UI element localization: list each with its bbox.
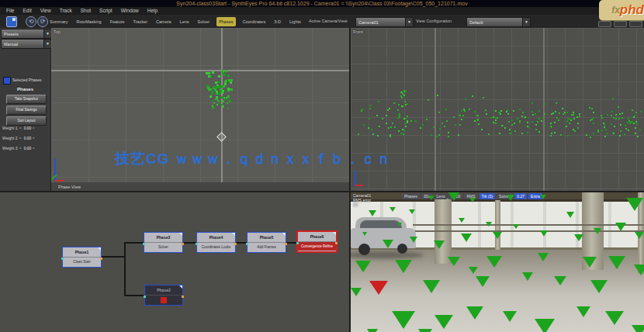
spin-right-icon[interactable]: ▸ [33,146,34,150]
spin-left-icon[interactable]: ◂ [19,136,21,140]
hud-button-lens[interactable]: Lens [435,193,448,199]
menu-view[interactable]: View [40,7,51,15]
tracker-triangle-green[interactable] [397,223,402,227]
tracker-triangle-green[interactable] [486,256,502,268]
tab-rotomasking[interactable]: RotoMasking [75,18,103,26]
phase-node-phase4[interactable]: Phase4Coordinates Locks [196,232,236,253]
horizontal-splitter[interactable] [0,191,644,192]
hud-button-0-27[interactable]: 0.27 [514,193,527,199]
tracker-triangle-green[interactable] [574,234,583,241]
weight-value[interactable]: 0.00 [24,136,32,140]
tracker-triangle-green[interactable] [615,223,626,231]
tracker-triangle-green[interactable] [367,329,378,332]
spin-left-icon[interactable]: ◂ [19,126,21,130]
view-config-dropdown[interactable]: Default ▼ [466,17,531,27]
tracker-triangle-green[interactable] [418,329,432,332]
tracker-triangle-green[interactable] [448,192,460,201]
badge-button[interactable] [614,21,627,27]
tracker-triangle-green[interactable] [540,195,546,199]
tracker-triangle-green[interactable] [459,218,465,223]
mode-dropdown[interactable]: Manual ▼ [1,39,52,49]
tracker-triangle-green[interactable] [566,212,574,218]
tracker-triangle-green[interactable] [513,224,519,229]
tracker-triangle-green[interactable] [434,240,445,249]
tracker-triangle-green[interactable] [355,261,371,272]
phase-node-phase5[interactable]: Phase5Add Frames [247,232,286,253]
hud-button-trk-3[interactable]: Trk (3) [480,193,496,199]
spin-right-icon[interactable]: ▸ [33,136,34,140]
tab-camera[interactable]: Camera [154,18,173,26]
tracker-triangle-green[interactable] [466,306,483,320]
tab-feature[interactable]: Feature [109,18,126,26]
menu-shot[interactable]: Shot [81,7,91,15]
viewport-front[interactable]: Front [351,28,644,192]
tracker-triangle-green[interactable] [486,222,492,227]
tracker-triangle-green[interactable] [351,288,362,296]
tracker-triangle-green[interactable] [507,195,514,201]
spin-left-icon[interactable]: ◂ [19,146,21,150]
menu-script[interactable]: Script [99,7,113,15]
undo-icon[interactable]: ⟲ [26,16,36,27]
tracker-triangle-green[interactable] [522,272,533,281]
menu-edit[interactable]: Edit [23,7,31,15]
tracker-triangle-green[interactable] [540,230,548,237]
weight-value[interactable]: 0.00 [24,126,32,130]
tracker-triangle-green[interactable] [476,276,490,287]
badge-button[interactable] [598,21,611,27]
menu-file[interactable]: File [6,7,14,15]
tab-solver[interactable]: Solver [196,18,212,26]
tab-summary[interactable]: Summary [48,18,70,26]
tracker-triangle-green[interactable] [635,232,644,239]
spin-right-icon[interactable]: ▸ [33,126,34,130]
weight-value[interactable]: 0.00 [24,146,32,150]
tracker-triangle-green[interactable] [423,280,440,293]
tracker-triangle-green[interactable] [493,232,502,239]
tracker-triangle-green[interactable] [435,315,453,329]
tracker-triangle-green[interactable] [608,256,625,269]
tracker-triangle-green[interactable] [535,319,555,332]
phase-node-phase3[interactable]: Phase3Solver [144,232,183,253]
tracker-triangle-green[interactable] [369,210,376,216]
tracker-triangle-green[interactable] [583,257,597,268]
tab-tracker[interactable]: Tracker [132,18,149,26]
menu-window[interactable]: Window [121,7,139,15]
tracker-triangle-green[interactable] [362,232,367,236]
tracker-triangle-green[interactable] [503,311,517,322]
tracker-triangle-green[interactable] [392,311,415,329]
tracker-triangle-green[interactable] [632,325,644,332]
tracker-triangle-green[interactable] [448,257,460,266]
tracker-triangle-green[interactable] [634,265,644,275]
final-savings-button[interactable]: Final Savings [6,105,47,115]
tracker-triangle-green[interactable] [395,260,412,273]
tab-lens[interactable]: Lens [178,18,191,26]
tab-phases[interactable]: Phases [216,17,235,26]
tracker-triangle-green[interactable] [428,195,435,200]
tracker-triangle-green[interactable] [469,267,478,274]
phase-node-graph[interactable]: Phase1Clean StartPhase3SolverPhase4Coord… [0,192,349,332]
tracker-triangle-green[interactable] [383,240,393,248]
tracker-triangle-green[interactable] [594,228,601,234]
tab-coordinates[interactable]: Coordinates [241,18,268,26]
tracker-triangle-green[interactable] [409,209,415,214]
selected-phases-checkbox[interactable] [3,77,11,85]
hud-button-phases[interactable]: Phases [402,193,420,199]
tab-lights[interactable]: Lights [288,18,303,26]
new-scene-icon[interactable] [6,16,17,27]
tracker-triangle-green[interactable] [390,207,396,212]
tracker-triangle-red[interactable] [369,281,388,295]
tracker-triangle-green[interactable] [590,280,608,293]
phase-node-phase6[interactable]: Phase6Convergence Refine [296,230,338,253]
tracker-triangle-green[interactable] [605,311,624,325]
tracker-triangle-green[interactable] [410,237,417,243]
redo-icon[interactable]: ⟳ [37,16,48,27]
menu-help[interactable]: Help [147,7,158,15]
active-camera-dropdown[interactable]: Camera01 ▼ [355,17,414,27]
take-snapshot-button[interactable]: Take Snapshot [6,95,47,104]
phase-node-phase2[interactable]: Phase2 [144,285,183,306]
tab-3-d[interactable]: 3-D [272,18,282,26]
badge-button[interactable] [629,21,642,27]
preset-dropdown[interactable]: Presets ▼ [1,29,52,39]
tracker-triangle-green[interactable] [576,306,590,317]
tracker-triangle-green[interactable] [461,233,472,242]
tracker-triangle-green[interactable] [626,198,643,211]
